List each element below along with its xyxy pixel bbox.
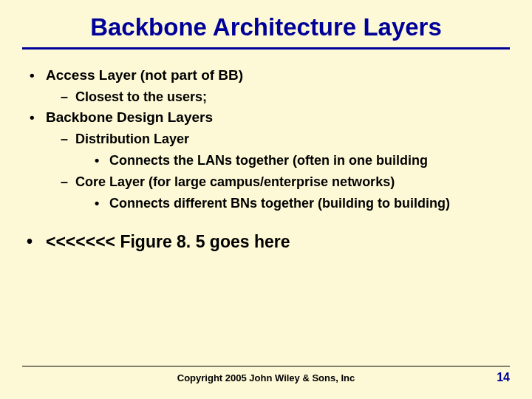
- bullet-dot-icon: •: [30, 109, 35, 126]
- slide-footer: Copyright 2005 John Wiley & Sons, Inc 14: [22, 366, 510, 384]
- slide: Backbone Architecture Layers • Access La…: [0, 0, 532, 399]
- bullet-level2: – Core Layer (for large campus/enterpris…: [22, 174, 510, 190]
- slide-content: • Access Layer (not part of BB) – Closes…: [0, 50, 532, 252]
- page-number: 14: [480, 371, 510, 384]
- bullet-text: Closest to the users;: [75, 89, 207, 104]
- bullet-dash-icon: –: [61, 132, 68, 147]
- footer-row: Copyright 2005 John Wiley & Sons, Inc 14: [22, 371, 510, 384]
- bullet-dot-icon: •: [27, 232, 33, 252]
- bullet-dot-icon: •: [30, 67, 35, 83]
- slide-title: Backbone Architecture Layers: [0, 0, 532, 47]
- bullet-level2: – Closest to the users;: [22, 89, 510, 105]
- bullet-dash-icon: –: [61, 89, 68, 105]
- copyright-text: Copyright 2005 John Wiley & Sons, Inc: [52, 372, 480, 383]
- bullet-dot-icon: •: [95, 196, 99, 211]
- bullet-level2: – Distribution Layer: [22, 132, 510, 147]
- bullet-text: Core Layer (for large campus/enterprise …: [75, 174, 395, 189]
- bullet-text: <<<<<<< Figure 8. 5 goes here: [46, 232, 290, 251]
- bullet-dot-icon: •: [95, 153, 99, 168]
- bullet-level3: • Connects the LANs together (often in o…: [22, 153, 510, 168]
- bullet-text: Connects the LANs together (often in one…: [109, 153, 428, 168]
- bullet-dash-icon: –: [61, 174, 68, 190]
- bullet-level3: • Connects different BNs together (build…: [22, 196, 510, 211]
- bullet-level1: • Access Layer (not part of BB): [22, 67, 510, 83]
- bullet-level1: • Backbone Design Layers: [22, 109, 510, 126]
- bullet-text: Connects different BNs together (buildin…: [109, 196, 450, 211]
- bullet-text: Access Layer (not part of BB): [46, 67, 243, 83]
- footer-rule: [22, 366, 510, 366]
- bullet-level1-large: • <<<<<<< Figure 8. 5 goes here: [22, 232, 510, 252]
- bullet-text: Distribution Layer: [75, 132, 189, 146]
- bullet-text: Backbone Design Layers: [46, 109, 213, 125]
